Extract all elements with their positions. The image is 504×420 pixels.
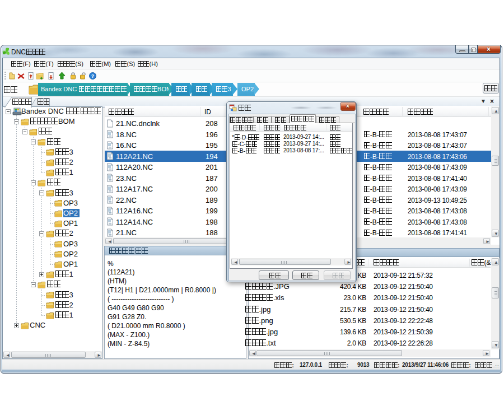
svg-text:?: ? [91, 73, 95, 79]
